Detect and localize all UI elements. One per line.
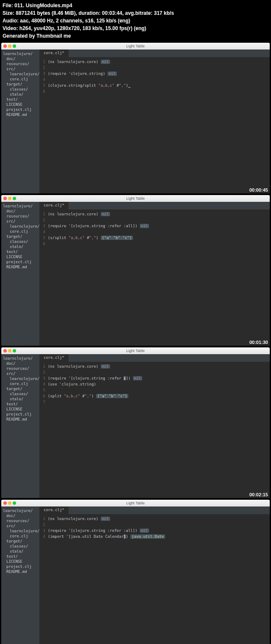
editor-tab[interactable]: core.clj* [39, 50, 69, 57]
file-tree-item[interactable]: README.md [1, 112, 39, 117]
file-tree-item[interactable]: test/ [1, 249, 39, 254]
file-tree-item[interactable]: src/ [1, 219, 39, 224]
code-area[interactable]: 1234(ns learnclojure.core) nil (require … [39, 514, 270, 541]
file-tree-item[interactable]: stale/ [1, 244, 39, 249]
file-tree-item[interactable]: project.clj [1, 259, 39, 264]
maximize-icon[interactable] [13, 501, 16, 505]
file-tree-sidebar: learnclojure/doc/resources/src/learncloj… [1, 354, 39, 498]
code-line [48, 77, 130, 83]
file-tree-item[interactable]: stale/ [1, 396, 39, 402]
traffic-lights [3, 349, 16, 352]
editor-pane: core.clj*123456(ns learnclojure.core) ni… [39, 50, 270, 193]
code-line: (require '[clojure.string :refer :all]) … [48, 528, 165, 534]
file-tree-item[interactable]: README.md [1, 569, 39, 574]
file-tree-item[interactable]: resources/ [1, 214, 39, 219]
file-tree-item[interactable]: README.md [1, 264, 39, 270]
file-tree-item[interactable]: learnclojure/ [1, 51, 39, 56]
line-gutter: 123456 [39, 211, 48, 247]
file-tree-item[interactable]: learnclojure/ [1, 376, 39, 381]
file-tree-item[interactable]: stale/ [1, 92, 39, 97]
window-titlebar: Light Table [1, 43, 270, 50]
file-tree-item[interactable]: project.clj [1, 564, 39, 569]
minimize-icon[interactable] [8, 501, 11, 505]
maximize-icon[interactable] [13, 44, 16, 48]
tab-bar: core.clj* [39, 354, 270, 362]
code-area[interactable]: 1234567(ns learnclojure.core) nil (requi… [39, 362, 270, 407]
file-tree-item[interactable]: stale/ [1, 549, 39, 554]
close-icon[interactable] [3, 44, 7, 48]
close-icon[interactable] [3, 349, 7, 352]
file-tree-item[interactable]: classes/ [1, 544, 39, 549]
code-line: (require '[clojure.string :refer s]) nil [48, 375, 142, 381]
file-tree-item[interactable]: src/ [1, 66, 39, 72]
file-tree-item[interactable]: classes/ [1, 239, 39, 244]
code-area[interactable]: 123456(ns learnclojure.core) nil (requir… [39, 209, 270, 248]
file-tree-item[interactable]: learnclojure/ [1, 508, 39, 513]
file-tree-item[interactable]: doc/ [1, 361, 39, 366]
editor-pane: core.clj*123456(ns learnclojure.core) ni… [39, 202, 270, 346]
file-tree-item[interactable]: learnclojure/ [1, 224, 39, 229]
code-line [48, 88, 130, 94]
file-tree-item[interactable]: resources/ [1, 518, 39, 523]
file-tree-item[interactable]: target/ [1, 82, 39, 87]
file-tree-item[interactable]: learnclojure/ [1, 204, 39, 209]
file-tree-item[interactable]: test/ [1, 554, 39, 559]
minimize-icon[interactable] [8, 349, 11, 352]
line-gutter: 1234 [39, 516, 48, 539]
code-line: (ns learnclojure.core) nil [48, 211, 149, 217]
code-area[interactable]: 123456(ns learnclojure.core) nil (requir… [39, 57, 270, 96]
file-tree-item[interactable]: resources/ [1, 366, 39, 371]
file-tree-item[interactable]: classes/ [1, 391, 39, 396]
file-tree-item[interactable]: doc/ [1, 56, 39, 61]
file-tree-item[interactable]: doc/ [1, 513, 39, 518]
code-line: (s/split "a,b,c" #",") ["a" "b" "c"] [48, 235, 149, 241]
editor-pane: core.clj*1234(ns learnclojure.core) nil … [39, 506, 270, 644]
editor-tab[interactable]: core.clj* [39, 202, 69, 209]
file-tree-item[interactable]: core.clj [1, 229, 39, 234]
file-tree-item[interactable]: src/ [1, 523, 39, 528]
editor-tab[interactable]: core.clj* [39, 354, 69, 362]
file-tree-item[interactable]: core.clj [1, 77, 39, 82]
close-icon[interactable] [3, 197, 7, 200]
file-tree-item[interactable]: doc/ [1, 209, 39, 214]
editor-tab[interactable]: core.clj* [39, 506, 69, 514]
code-line: (split "a,b,c" #",") ["a" "b" "c"] [48, 393, 142, 399]
traffic-lights [3, 501, 16, 505]
file-tree-item[interactable]: resources/ [1, 61, 39, 66]
file-tree-item[interactable]: learnclojure/ [1, 528, 39, 534]
file-tree-item[interactable]: LICENSE [1, 559, 39, 564]
file-tree-item[interactable]: learnclojure/ [1, 356, 39, 361]
traffic-lights [3, 197, 16, 200]
file-tree-item[interactable]: README.md [1, 417, 39, 422]
code-line: (require '[clojure.string :refer :all]) … [48, 223, 149, 229]
minimize-icon[interactable] [8, 44, 11, 48]
file-tree-item[interactable]: test/ [1, 402, 39, 407]
file-tree-item[interactable]: learnclojure/ [1, 72, 39, 77]
code-line: (require 'clojure.string) nil [48, 71, 130, 77]
file-tree-item[interactable]: test/ [1, 97, 39, 102]
maximize-icon[interactable] [13, 349, 16, 352]
code-line [48, 217, 149, 223]
minimize-icon[interactable] [8, 197, 11, 200]
file-tree-item[interactable]: core.clj [1, 534, 39, 539]
code-line [48, 369, 142, 375]
close-icon[interactable] [3, 501, 7, 505]
file-tree-item[interactable]: core.clj [1, 381, 39, 386]
file-tree-item[interactable]: target/ [1, 539, 39, 544]
file-tree-item[interactable]: target/ [1, 234, 39, 239]
file-tree-item[interactable]: target/ [1, 386, 39, 391]
window-title: Light Table [126, 501, 144, 505]
file-tree-item[interactable]: project.clj [1, 412, 39, 417]
file-tree-item[interactable]: LICENSE [1, 102, 39, 107]
file-tree-sidebar: learnclojure/doc/resources/src/learncloj… [1, 202, 39, 346]
frame-timestamp: 00:02:15 [249, 492, 268, 497]
file-tree-item[interactable]: classes/ [1, 87, 39, 92]
file-tree-item[interactable]: LICENSE [1, 407, 39, 412]
code-line: (clojure.string/split "a,b,c" #",") [48, 83, 130, 88]
file-tree-item[interactable]: project.clj [1, 107, 39, 112]
file-tree-item[interactable]: LICENSE [1, 254, 39, 259]
file-tree-item[interactable]: src/ [1, 371, 39, 376]
traffic-lights [3, 44, 16, 48]
tab-bar: core.clj* [39, 506, 270, 514]
maximize-icon[interactable] [13, 197, 16, 200]
